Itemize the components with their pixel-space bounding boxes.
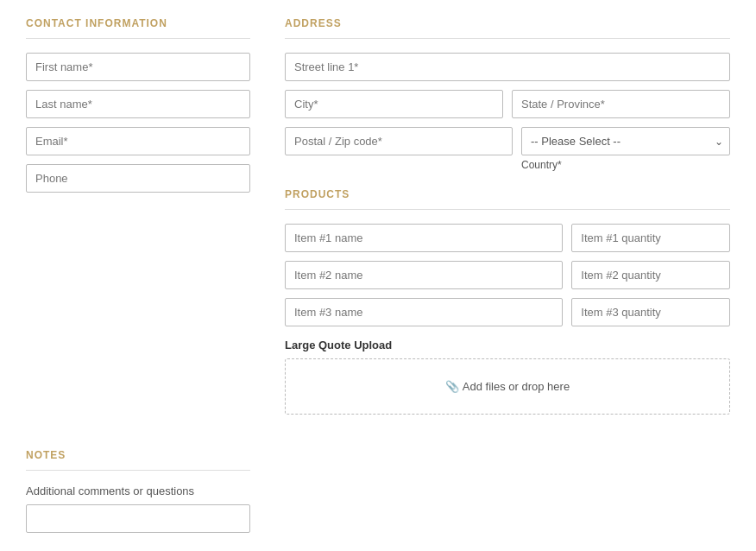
item2-qty-input[interactable] [571,261,730,289]
notes-section-title: NOTES [26,449,730,461]
item3-qty-input[interactable] [571,298,730,326]
address-section-title: ADDRESS [285,17,730,29]
item1-name-input[interactable] [285,224,563,252]
item3-name-input[interactable] [285,298,563,326]
file-upload-area[interactable]: 📎Add files or drop here [285,358,730,415]
phone-input[interactable] [26,164,250,193]
item1-qty-input[interactable] [571,224,730,252]
city-input[interactable] [285,90,503,118]
postal-input[interactable] [285,127,513,155]
item2-name-input[interactable] [285,261,563,289]
first-name-input[interactable] [26,53,250,81]
comments-label: Additional comments or questions [26,484,730,497]
country-select[interactable]: -- Please Select -- [521,127,730,155]
country-label: Country* [521,159,730,171]
product-row-1 [285,224,730,252]
state-input[interactable] [512,90,730,118]
contact-section-title: CONTACT INFORMATION [26,17,250,29]
upload-text: Add files or drop here [463,380,570,393]
product-row-3 [285,298,730,326]
last-name-input[interactable] [26,90,250,118]
comments-input[interactable] [26,504,250,533]
product-row-2 [285,261,730,289]
upload-section-label: Large Quote Upload [285,339,730,352]
paperclip-icon: 📎 [445,380,459,393]
email-input[interactable] [26,127,250,155]
products-section-title: PRODUCTS [285,188,730,200]
street-input[interactable] [285,53,730,81]
